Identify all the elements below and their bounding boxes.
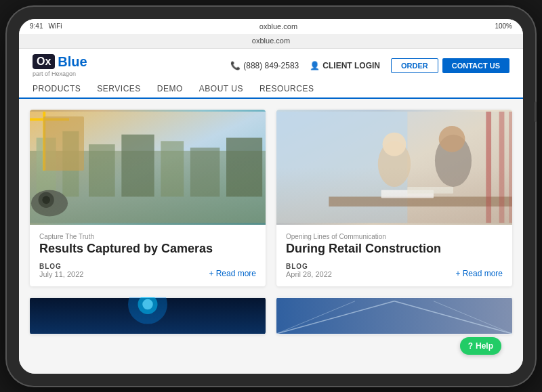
header-nav: PRODUCTS SERVICES DEMO ABOUT US RESOURCE… bbox=[33, 80, 509, 97]
wifi-status: WiFi bbox=[48, 22, 62, 30]
svg-point-13 bbox=[42, 196, 50, 204]
user-icon: 👤 bbox=[310, 61, 320, 70]
card-1-body: Capture The Truth Results Captured by Ca… bbox=[30, 225, 266, 287]
read-more-text-1: Read more bbox=[216, 269, 256, 278]
card-1-read-more[interactable]: + Read more bbox=[209, 269, 256, 278]
card-2-read-more[interactable]: + Read more bbox=[456, 269, 503, 278]
logo[interactable]: Ox Blue part of Hexagon bbox=[33, 54, 87, 77]
svg-rect-23 bbox=[407, 187, 453, 194]
card-3-image-strip bbox=[30, 297, 266, 334]
svg-rect-9 bbox=[43, 111, 45, 170]
tablet-side-button bbox=[535, 102, 537, 122]
card-2-meta: BLOG April 28, 2022 + Read more bbox=[286, 263, 503, 278]
card-2[interactable]: Opening Lines of Communication During Re… bbox=[276, 110, 512, 287]
phone-number: (888) 849-2583 bbox=[243, 61, 299, 70]
card-1-title: Results Captured by Cameras bbox=[39, 242, 256, 257]
card-1-image bbox=[30, 110, 266, 225]
card-4-partial[interactable] bbox=[276, 297, 512, 334]
header-top: Ox Blue part of Hexagon 📞 (888) 849-2583… bbox=[33, 49, 509, 80]
card-2-image bbox=[276, 110, 512, 225]
bottom-cards-grid bbox=[30, 297, 512, 334]
card-1-category: BLOG bbox=[39, 263, 83, 270]
svg-rect-0 bbox=[30, 111, 266, 222]
status-right: 100% bbox=[495, 22, 512, 30]
svg-rect-3 bbox=[62, 131, 79, 196]
plus-icon-2: + bbox=[456, 269, 461, 278]
client-login-link[interactable]: 👤 CLIENT LOGIN bbox=[310, 61, 380, 70]
client-login-text: CLIENT LOGIN bbox=[322, 61, 380, 70]
meeting-image bbox=[276, 110, 512, 225]
card-1-date: July 11, 2022 bbox=[39, 270, 83, 278]
svg-rect-25 bbox=[499, 111, 505, 222]
help-icon: ? bbox=[468, 341, 473, 351]
address-text: oxblue.com bbox=[252, 37, 290, 45]
battery-display: 100% bbox=[495, 22, 512, 30]
svg-rect-16 bbox=[276, 111, 407, 222]
card-2-category: BLOG bbox=[286, 263, 332, 270]
status-left: 9:41 WiFi bbox=[30, 22, 62, 30]
header-right: 📞 (888) 849-2583 👤 CLIENT LOGIN ORDER CO… bbox=[230, 58, 509, 73]
svg-rect-8 bbox=[226, 137, 262, 196]
svg-rect-2 bbox=[37, 137, 56, 196]
logo-blue: Blue bbox=[58, 54, 87, 70]
svg-rect-24 bbox=[486, 111, 491, 222]
nav-products[interactable]: PRODUCTS bbox=[33, 84, 81, 93]
logo-main: Ox Blue bbox=[33, 54, 87, 70]
svg-rect-5 bbox=[121, 134, 154, 196]
svg-rect-4 bbox=[89, 144, 115, 196]
svg-rect-22 bbox=[381, 190, 434, 198]
status-center: oxblue.com bbox=[259, 22, 297, 30]
card-2-left-meta: BLOG April 28, 2022 bbox=[286, 263, 332, 278]
svg-rect-10 bbox=[30, 118, 69, 121]
construction-image bbox=[30, 110, 266, 225]
svg-rect-6 bbox=[161, 141, 184, 196]
tablet-screen: 9:41 WiFi oxblue.com 100% oxblue.com Ox … bbox=[19, 19, 523, 374]
svg-point-19 bbox=[383, 132, 406, 156]
help-button[interactable]: ? Help bbox=[460, 337, 501, 355]
svg-rect-26 bbox=[509, 111, 512, 222]
svg-rect-7 bbox=[190, 148, 220, 197]
card-1-left-meta: BLOG July 11, 2022 bbox=[39, 263, 83, 278]
nav-about[interactable]: ABOUT US bbox=[199, 84, 243, 93]
svg-point-12 bbox=[39, 192, 54, 207]
nav-demo[interactable]: DEMO bbox=[157, 84, 183, 93]
svg-rect-17 bbox=[329, 196, 512, 206]
card-2-body: Opening Lines of Communication During Re… bbox=[276, 225, 512, 287]
order-button[interactable]: ORDER bbox=[391, 58, 438, 73]
logo-ox: Ox bbox=[33, 54, 55, 69]
header-buttons: ORDER CONTACT US bbox=[391, 58, 509, 73]
card-2-title: During Retail Construction bbox=[286, 242, 503, 257]
status-bar: 9:41 WiFi oxblue.com 100% bbox=[19, 19, 523, 34]
svg-point-30 bbox=[142, 299, 152, 309]
site-header: Ox Blue part of Hexagon 📞 (888) 849-2583… bbox=[19, 49, 523, 99]
nav-resources[interactable]: RESOURCES bbox=[259, 84, 314, 93]
url-display: oxblue.com bbox=[259, 22, 297, 30]
tablet-frame: 9:41 WiFi oxblue.com 100% oxblue.com Ox … bbox=[7, 7, 535, 386]
svg-point-11 bbox=[31, 190, 68, 216]
card-3-partial[interactable] bbox=[30, 297, 266, 334]
svg-point-21 bbox=[439, 126, 465, 152]
logo-sub: part of Hexagon bbox=[33, 70, 87, 77]
main-content: Capture The Truth Results Captured by Ca… bbox=[19, 99, 523, 374]
phone-icon: 📞 bbox=[230, 61, 241, 70]
card-1-meta: BLOG July 11, 2022 + Read more bbox=[39, 263, 256, 278]
contact-button[interactable]: CONTACT US bbox=[442, 58, 509, 73]
card-1-subtitle: Capture The Truth bbox=[39, 233, 256, 240]
card-4-image-strip bbox=[276, 297, 512, 334]
card-2-subtitle: Opening Lines of Communication bbox=[286, 233, 503, 240]
help-text: Help bbox=[476, 341, 493, 351]
card-1[interactable]: Capture The Truth Results Captured by Ca… bbox=[30, 110, 266, 287]
card-2-date: April 28, 2022 bbox=[286, 270, 332, 278]
phone-info[interactable]: 📞 (888) 849-2583 bbox=[230, 61, 299, 70]
svg-rect-31 bbox=[276, 298, 512, 334]
time-display: 9:41 bbox=[30, 22, 43, 30]
cards-grid: Capture The Truth Results Captured by Ca… bbox=[30, 110, 512, 287]
plus-icon-1: + bbox=[209, 269, 214, 278]
read-more-text-2: Read more bbox=[463, 269, 503, 278]
svg-rect-1 bbox=[30, 150, 266, 222]
address-bar[interactable]: oxblue.com bbox=[19, 34, 523, 49]
nav-services[interactable]: SERVICES bbox=[97, 84, 140, 93]
